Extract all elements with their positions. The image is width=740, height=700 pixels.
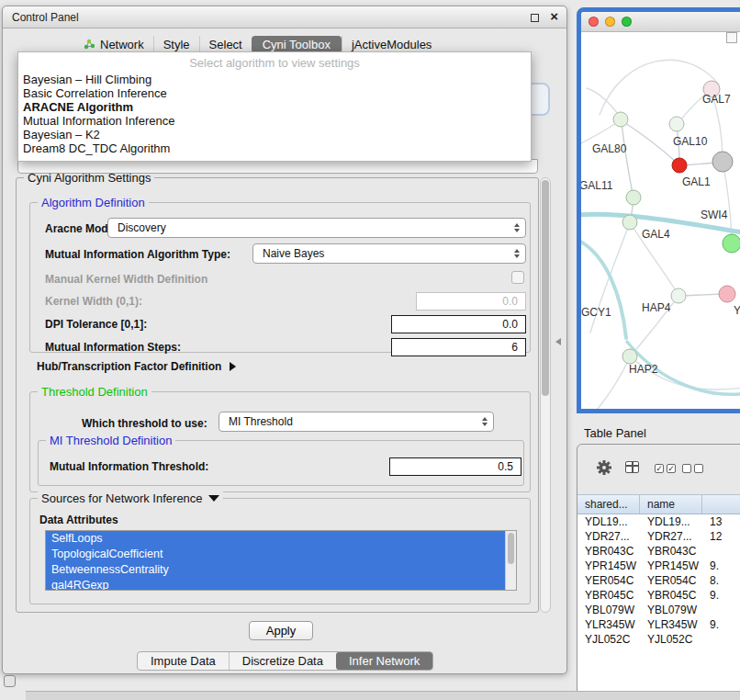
mi-threshold-label: Mutual Information Threshold:	[50, 460, 208, 473]
tab-discretize-data[interactable]: Discretize Data	[229, 652, 336, 670]
network-titlebar[interactable]	[581, 12, 740, 32]
table-panel-title: Table Panel	[584, 426, 646, 440]
table-row[interactable]: YDR27...YDR27...12	[577, 529, 740, 544]
table-row[interactable]: YJL052CYJL052C	[577, 632, 740, 647]
deselect-all-icon[interactable]	[682, 464, 703, 473]
cyni-mode-tabs: Impute DataDiscretize DataInfer Network	[137, 651, 433, 671]
status-bar	[26, 691, 740, 700]
tab-impute-data[interactable]: Impute Data	[138, 652, 229, 670]
tab-label: jActiveModules	[352, 38, 432, 51]
table-row[interactable]: YBR043CYBR043C	[577, 544, 740, 559]
table-row[interactable]: YPR145WYPR145W9.	[577, 559, 740, 573]
gear-icon[interactable]	[596, 459, 612, 476]
data-attributes-list[interactable]: SelfLoopsTopologicalCoefficientBetweenne…	[45, 530, 517, 591]
panel-collapse-arrow[interactable]	[555, 338, 561, 345]
window-close-light[interactable]	[589, 17, 599, 27]
table-cell: YJL052C	[577, 632, 640, 647]
network-edge[interactable]	[587, 88, 620, 117]
attribute-item[interactable]: gal4RGexp	[46, 578, 516, 591]
close-icon[interactable]: ×	[550, 8, 558, 24]
network-edge[interactable]	[600, 60, 719, 115]
tab-infer-network[interactable]: Infer Network	[336, 652, 432, 670]
network-node[interactable]	[613, 112, 628, 127]
which-threshold-select[interactable]: MI Threshold	[219, 412, 494, 432]
node-label: GAL11	[581, 179, 613, 192]
window-minimize-light[interactable]	[605, 17, 615, 27]
tab-label: Style	[163, 38, 190, 51]
column-header[interactable]	[702, 495, 740, 514]
tab-select[interactable]: Select	[199, 36, 252, 53]
column-selector-icon[interactable]	[625, 461, 639, 473]
column-header[interactable]: name	[640, 495, 702, 514]
algorithm-option[interactable]: Bayesian – Hill Climbing	[18, 73, 531, 86]
kernel-width-input[interactable]: 0.0	[416, 292, 526, 310]
network-canvas[interactable]: GAL7GAL80GAL10GAL11GAL1SWI4GAL4GCY1HAP4Y…	[581, 32, 740, 409]
tab-label: Select	[209, 38, 242, 51]
threshold-definition-group: Threshold Definition Which threshold to …	[29, 391, 531, 492]
table-row[interactable]: YER054CYER054C8.	[577, 573, 740, 588]
network-edge[interactable]	[622, 122, 633, 194]
network-node[interactable]	[723, 234, 740, 253]
collapsed-panel-icon[interactable]	[4, 675, 16, 687]
table-cell: YBR045C	[640, 588, 702, 603]
window-title: Control Panel	[12, 6, 79, 28]
sources-toggle[interactable]: Sources for Network Inference	[38, 491, 223, 505]
network-node[interactable]	[671, 288, 686, 303]
aracne-mode-select[interactable]: Discovery	[107, 218, 526, 238]
apply-button[interactable]: Apply	[249, 621, 313, 640]
table-cell: 13	[702, 514, 740, 529]
tab-jactivemodules[interactable]: jActiveModules	[342, 36, 441, 53]
unchecked-box-icon	[682, 464, 691, 473]
network-node[interactable]	[626, 190, 641, 205]
hub-section-toggle[interactable]: Hub/Transcription Factor Definition	[37, 359, 236, 374]
network-node[interactable]	[712, 152, 733, 172]
manual-kernel-checkbox[interactable]	[511, 271, 524, 284]
table-cell	[702, 544, 740, 559]
network-node[interactable]	[672, 158, 687, 173]
table-row[interactable]: YBR045CYBR045C9.	[577, 588, 740, 603]
algorithm-option[interactable]: Dream8 DC_TDC Algorithm	[18, 141, 531, 155]
network-node[interactable]	[622, 215, 637, 230]
float-window-icon[interactable]	[531, 14, 539, 22]
list-scrollbar[interactable]	[505, 531, 516, 590]
tab-style[interactable]: Style	[153, 36, 199, 53]
mi-threshold-input[interactable]: 0.5	[389, 457, 521, 476]
tab-label: Network	[100, 38, 144, 51]
algorithm-option[interactable]: Basic Correlation Inference	[18, 86, 531, 100]
attribute-item[interactable]: BetweennessCentrality	[46, 562, 516, 578]
network-edge[interactable]	[681, 294, 723, 296]
table-row[interactable]: YBL079WYBL079W	[577, 603, 740, 617]
mi-type-select[interactable]: Naive Bayes	[252, 243, 526, 264]
algorithm-option[interactable]: Mutual Information Inference	[18, 114, 531, 128]
table-cell: YER054C	[577, 573, 640, 588]
scrollbar-corner[interactable]	[726, 32, 737, 43]
scrollbar-thumb[interactable]	[542, 180, 549, 396]
algorithm-option[interactable]: Bayesian – K2	[18, 128, 531, 141]
dpi-tolerance-input[interactable]: 0.0	[391, 315, 526, 333]
mi-threshold-group-title: MI Threshold Definition	[46, 434, 175, 447]
dropdown-placeholder: Select algorithm to view settings	[18, 52, 531, 73]
network-node[interactable]	[719, 286, 735, 302]
attribute-item[interactable]: TopologicalCoefficient	[46, 547, 516, 562]
network-edge[interactable]	[592, 359, 629, 413]
kernel-width-label: Kernel Width (0,1):	[45, 295, 142, 308]
sources-title: Sources for Network Inference	[41, 491, 203, 505]
table-row[interactable]: YDL19...YDL19...13	[577, 514, 740, 529]
network-node[interactable]	[669, 117, 684, 131]
table-cell: 12	[702, 529, 740, 544]
settings-scrollbar[interactable]	[540, 177, 551, 613]
network-edge[interactable]	[581, 239, 626, 338]
window-zoom-light[interactable]	[622, 17, 632, 27]
tab-cyni-toolbox[interactable]: Cyni Toolbox	[252, 36, 342, 53]
network-node[interactable]	[622, 349, 637, 364]
network-edge[interactable]	[622, 121, 677, 163]
algorithm-option[interactable]: ARACNE Algorithm	[18, 100, 531, 114]
tab-network[interactable]: Network	[74, 36, 153, 53]
titlebar[interactable]: Control Panel ×	[3, 6, 566, 28]
select-all-icon[interactable]: ✓ ✓	[655, 464, 676, 473]
column-header[interactable]: shared...	[577, 495, 640, 514]
mi-steps-input[interactable]: 6	[391, 338, 526, 356]
network-graph[interactable]: GAL7GAL80GAL10GAL11GAL1SWI4GAL4GCY1HAP4Y…	[581, 32, 740, 413]
attribute-item[interactable]: SelfLoops	[46, 531, 516, 547]
table-row[interactable]: YLR345WYLR345W9.	[577, 617, 740, 632]
